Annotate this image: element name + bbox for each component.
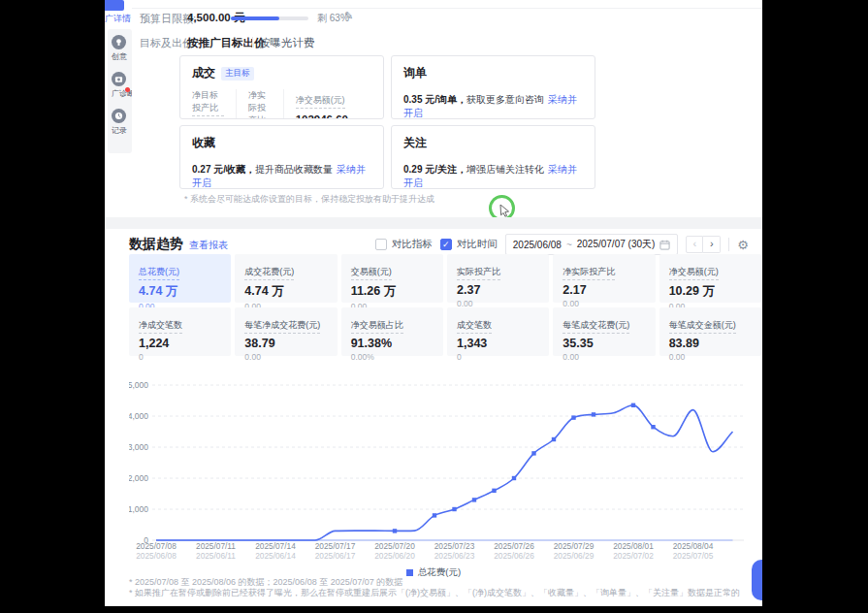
metric-value: 83.89 xyxy=(669,337,752,350)
trend-metric-card-5[interactable]: 净交易额(元)10.29 万0.00 xyxy=(659,254,761,303)
metric-label: 总花费(元) xyxy=(139,266,179,280)
goal-metric-value: 102946.60 xyxy=(296,113,348,119)
bulb-icon xyxy=(112,35,126,49)
trend-metric-card-10[interactable]: 每笔成交花费(元)35.350.00 xyxy=(553,307,655,356)
controls-divider xyxy=(728,238,729,251)
legend-swatch xyxy=(406,569,413,576)
sidebar-item-creative[interactable]: 创意 xyxy=(108,29,132,66)
svg-text:2025/07/11: 2025/07/11 xyxy=(196,541,236,551)
goal-metric: 净实际投产比2.17 xyxy=(248,89,284,119)
svg-text:2025/07/20: 2025/07/20 xyxy=(374,541,415,551)
top-divider xyxy=(132,8,762,9)
metric-label: 净成交笔数 xyxy=(139,319,182,334)
sidebar-item-label: 记录 xyxy=(112,125,132,136)
metric-compare-value: 0.00% xyxy=(351,352,434,362)
metric-label: 每笔成交金额(元) xyxy=(669,319,736,334)
next-period-button[interactable]: › xyxy=(703,236,721,253)
metric-label: 交易额(元) xyxy=(351,266,392,280)
metric-label: 净实际投产比 xyxy=(563,266,615,280)
main-panel: 广详情 创意 广诊断 记录 预算日限额: 4,500.00 元 剩 63% ✎ … xyxy=(105,0,762,606)
metric-label: 实际投产比 xyxy=(457,266,500,280)
svg-text:4,000: 4,000 xyxy=(129,411,148,421)
metric-label: 净交易额(元) xyxy=(669,266,719,280)
trend-metric-card-4[interactable]: 净实际投产比2.170.00 xyxy=(553,254,655,303)
svg-text:1,000: 1,000 xyxy=(129,504,148,514)
sidebar-item-diagnosis[interactable]: 广诊断 xyxy=(108,66,132,103)
goal-metric-label: 净目标投产比 xyxy=(192,89,224,116)
compare-metric-checkbox[interactable] xyxy=(375,239,387,250)
goal-footnote: * 系统会尽可能达成你设置的目标，保持稳定投放有助于提升达成 xyxy=(184,193,434,206)
metric-compare-value: 0.00 xyxy=(244,352,327,362)
goal-card-follow: 关注 0.29 元/关注，增强店铺关注转化采纳并开启 xyxy=(391,125,595,189)
trend-metric-card-0[interactable]: 总花费(元)4.74 万0.00 xyxy=(129,254,231,303)
goal-desc: 增强店铺关注转化 xyxy=(466,164,544,175)
date-range-picker[interactable]: 2025/06/08 ~ 2025/07/07 (30天) xyxy=(505,234,679,255)
date-separator: ~ xyxy=(566,240,572,250)
goal-metric-label: 净交易额(元) xyxy=(296,94,345,109)
tab-bid-by-goal[interactable]: 按推广目标出价 xyxy=(187,36,266,50)
trend-metric-card-2[interactable]: 交易额(元)11.26 万0.00 xyxy=(341,254,443,303)
metric-label: 每笔净成交花费(元) xyxy=(244,319,320,334)
svg-text:2025/08/04: 2025/08/04 xyxy=(673,541,714,551)
gear-icon[interactable]: ⚙ xyxy=(737,238,749,252)
svg-text:2025/07/29: 2025/07/29 xyxy=(554,541,595,551)
metric-value: 11.26 万 xyxy=(351,283,434,300)
goal-title: 成交 xyxy=(192,65,215,81)
legend-label: 总花费(元) xyxy=(418,566,461,579)
goal-price: 0.35 元/询单， xyxy=(403,94,466,105)
goal-price: 0.29 元/关注， xyxy=(403,164,466,175)
goal-desc: 提升商品收藏数量 xyxy=(255,164,333,175)
svg-text:2025/07/17: 2025/07/17 xyxy=(315,541,356,551)
trend-line-chart: 01,0002,0003,0004,0005,0002025/07/082025… xyxy=(129,369,761,567)
trend-metric-card-3[interactable]: 实际投产比2.370.00 xyxy=(447,254,549,303)
prev-period-button[interactable]: ‹ xyxy=(686,236,703,253)
metric-compare-value: 0 xyxy=(457,352,539,362)
camera-icon xyxy=(112,72,126,86)
metric-compare-value: 0.00 xyxy=(669,352,752,362)
primary-goal-badge: 主目标 xyxy=(221,67,254,81)
metric-value: 1,343 xyxy=(457,337,539,350)
trend-metric-card-11[interactable]: 每笔成交金额(元)83.890.00 xyxy=(659,307,761,356)
metric-value: 38.79 xyxy=(244,337,327,350)
floating-side-button[interactable] xyxy=(752,560,762,600)
notification-dot xyxy=(125,87,130,92)
tab-bid-by-impression[interactable]: 按曝光计费 xyxy=(259,36,315,50)
trend-metric-card-9[interactable]: 成交笔数1,3430 xyxy=(447,307,549,356)
svg-text:2025/06/29: 2025/06/29 xyxy=(554,551,595,561)
compare-time-label: 对比时间 xyxy=(457,238,498,251)
calendar-icon xyxy=(659,240,670,250)
svg-text:2025/07/26: 2025/07/26 xyxy=(494,541,534,551)
sidebar-item-label: 创意 xyxy=(112,51,132,62)
metric-compare-value: 0 xyxy=(139,352,221,362)
chart-footnote-2: * 如果推广在暂停或删除前已经获得了曝光，那么在暂停或重建后展示「(净)交易额」… xyxy=(129,587,740,599)
view-report-link[interactable]: 查看报表 xyxy=(189,239,228,252)
date-start: 2025/06/08 xyxy=(513,240,562,250)
goal-metric: 净交易额(元)102946.60 xyxy=(296,89,360,119)
goal-card-favorite: 收藏 0.27 元/收藏，提升商品收藏数量采纳并开启 xyxy=(179,125,384,189)
trend-metric-card-1[interactable]: 成交花费(元)4.74 万0.00 xyxy=(235,254,337,303)
svg-text:2025/08/01: 2025/08/01 xyxy=(613,541,654,551)
svg-text:2,000: 2,000 xyxy=(129,473,148,483)
edit-budget-icon[interactable]: ✎ xyxy=(344,10,353,22)
goal-title: 询单 xyxy=(403,65,427,81)
metric-label: 净交易额占比 xyxy=(351,319,403,334)
sidebar-item-history[interactable]: 记录 xyxy=(108,103,132,140)
sidebar-item-promo-detail[interactable]: 广详情 xyxy=(105,13,132,25)
goal-metric-label: 净实际投产比 xyxy=(248,89,272,119)
goal-title: 关注 xyxy=(403,135,427,151)
trend-metric-card-8[interactable]: 净交易额占比91.38%0.00% xyxy=(341,307,443,356)
sidebar-item-promo-detail-icon[interactable] xyxy=(105,0,124,11)
metric-value: 2.17 xyxy=(563,283,645,297)
trend-metric-card-7[interactable]: 每笔净成交花费(元)38.790.00 xyxy=(235,307,337,356)
svg-text:2025/06/20: 2025/06/20 xyxy=(374,551,415,561)
compare-time-checkbox[interactable]: ✓ xyxy=(440,239,452,250)
budget-progress-bar xyxy=(231,16,308,20)
svg-text:2025/06/11: 2025/06/11 xyxy=(196,551,236,561)
svg-text:2025/07/05: 2025/07/05 xyxy=(673,551,714,561)
svg-text:2025/06/26: 2025/06/26 xyxy=(494,551,534,561)
metric-compare-value: 0.00 xyxy=(563,352,645,362)
metric-label: 成交笔数 xyxy=(457,319,492,334)
metric-value: 35.35 xyxy=(563,337,645,350)
trend-metric-card-6[interactable]: 净成交笔数1,2240 xyxy=(129,307,231,356)
goal-card-inquiry: 询单 0.35 元/询单，获取更多意向咨询采纳并开启 xyxy=(391,55,595,119)
